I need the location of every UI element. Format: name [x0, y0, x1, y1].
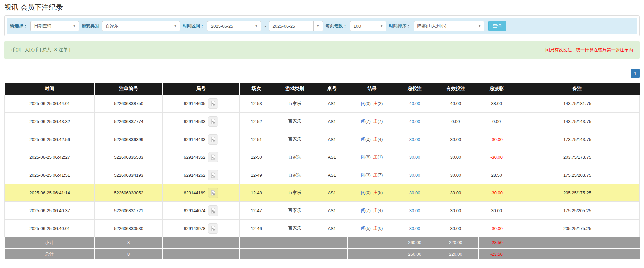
- video-record-icon[interactable]: [208, 134, 218, 145]
- cell-session: 12-51: [239, 130, 273, 148]
- date-to-select[interactable]: 2025-06-25 ▼: [269, 21, 323, 31]
- query-type-select[interactable]: 日期查询 ▼: [30, 21, 79, 31]
- cell-valid-bet: 30.00: [433, 220, 478, 237]
- video-record-icon[interactable]: [208, 170, 218, 180]
- cell-result: 闲(7) 庄(4): [347, 202, 396, 220]
- total-bet-link[interactable]: 30.00: [409, 226, 420, 231]
- cell-game-type: 百家乐: [273, 184, 316, 202]
- total-bet-link[interactable]: 40.00: [409, 101, 420, 106]
- table-row: 2025-06-25 06:42:56 522606836399 6291444…: [5, 130, 640, 148]
- cell-time: 2025-06-25 06:43:32: [5, 113, 95, 130]
- col-session: 场次: [239, 83, 273, 95]
- chevron-down-icon: ▼: [377, 21, 386, 31]
- cell-valid-bet: 30.00: [433, 202, 478, 220]
- video-record-icon[interactable]: [208, 223, 218, 234]
- cell-session: 12-47: [239, 202, 273, 220]
- col-note: 备注: [515, 83, 639, 95]
- cell-valid-bet: 40.00: [433, 95, 478, 113]
- cell-session: 12-46: [239, 220, 273, 237]
- cell-time: 2025-06-25 06:40:37: [5, 202, 95, 220]
- cell-time: 2025-06-25 06:40:01: [5, 220, 95, 237]
- cell-payout: 38.00: [478, 95, 515, 113]
- cell-payout: 28.50: [478, 166, 515, 184]
- grand-total-valid-bet: 220.00: [433, 248, 478, 260]
- cell-game-type: 百家乐: [273, 130, 316, 148]
- cell-result: 闲(0) 庄(5): [347, 184, 396, 202]
- video-record-icon[interactable]: [208, 205, 218, 216]
- cell-game-type: 百家乐: [273, 113, 316, 130]
- cell-time: 2025-06-25 06:44:01: [5, 95, 95, 113]
- total-bet-link[interactable]: 30.00: [409, 208, 420, 213]
- table-row: 2025-06-25 06:42:27 522606835533 6291443…: [5, 148, 640, 166]
- cell-time: 2025-06-25 06:42:56: [5, 130, 95, 148]
- col-round-id: 局号: [163, 83, 239, 95]
- cell-round-id: 629144169: [163, 184, 239, 202]
- table-row: 2025-06-25 06:40:01 522606830530 6291439…: [5, 220, 640, 237]
- game-type-select[interactable]: 百家乐 ▼: [102, 21, 180, 31]
- table-row: 2025-06-25 06:41:51 522606834193 6291442…: [5, 166, 640, 184]
- cell-game-type: 百家乐: [273, 166, 316, 184]
- date-separator: ~: [264, 24, 266, 29]
- cell-note: 173.75/143.75: [515, 130, 639, 148]
- time-range-label: 时间区间：: [183, 23, 204, 29]
- cell-total-bet: 30.00: [396, 148, 433, 166]
- cell-valid-bet: 30.00: [433, 130, 478, 148]
- video-record-icon[interactable]: [208, 188, 218, 198]
- cell-time: 2025-06-25 06:42:27: [5, 148, 95, 166]
- date-from-select[interactable]: 2025-06-25 ▼: [207, 21, 261, 31]
- chevron-down-icon: ▼: [171, 21, 180, 31]
- subtotal-total-bet: 260.00: [396, 237, 433, 248]
- cell-total-bet: 30.00: [396, 220, 433, 237]
- video-record-icon[interactable]: [208, 116, 218, 127]
- filter-panel: 请选择： 日期查询 ▼ 游戏类别 百家乐 ▼ 时间区间： 2025-06-25 …: [4, 15, 640, 36]
- cell-table-no: AS1: [316, 95, 347, 113]
- cell-game-type: 百家乐: [273, 95, 316, 113]
- cell-total-bet: 30.00: [396, 184, 433, 202]
- cell-table-no: AS1: [316, 130, 347, 148]
- total-bet-link[interactable]: 30.00: [409, 137, 420, 142]
- cell-note: 205.25/175.25: [515, 184, 639, 202]
- cell-round-id: 629144262: [163, 166, 239, 184]
- search-button[interactable]: 查询: [488, 21, 506, 31]
- video-record-icon[interactable]: [208, 98, 218, 109]
- page-1-button[interactable]: 1: [631, 69, 640, 78]
- cell-time: 2025-06-25 06:41:14: [5, 184, 95, 202]
- video-record-icon[interactable]: [208, 152, 218, 162]
- cell-round-id: 629144074: [163, 202, 239, 220]
- grand-total-payout: -23.50: [478, 248, 515, 260]
- total-bet-link[interactable]: 30.00: [409, 155, 420, 160]
- total-bet-link[interactable]: 40.00: [409, 119, 420, 124]
- subtotal-valid-bet: 220.00: [433, 237, 478, 248]
- cell-result: 闲(3) 庄(7): [347, 166, 396, 184]
- table-row: 2025-06-25 06:40:37 522606831721 6291440…: [5, 202, 640, 220]
- total-bet-link[interactable]: 30.00: [409, 190, 420, 195]
- col-bet-id: 注单编号: [95, 83, 163, 95]
- cell-total-bet: 30.00: [396, 166, 433, 184]
- cell-note: 175.25/203.75: [515, 166, 639, 184]
- table-row: 2025-06-25 06:43:32 522606837774 6291445…: [5, 113, 640, 130]
- time-order-select[interactable]: 降幂(由大到小) ▼: [414, 21, 484, 31]
- grand-total-count: 8: [95, 248, 163, 260]
- cell-bet-id: 522606833052: [95, 184, 163, 202]
- chevron-down-icon: ▼: [313, 21, 323, 31]
- cell-session: 12-52: [239, 113, 273, 130]
- grand-total-label: 总计: [5, 248, 95, 260]
- cell-payout: 0.00: [478, 113, 515, 130]
- cell-round-id: 629144533: [163, 113, 239, 130]
- page-title: 视讯 会员下注纪录: [4, 2, 640, 15]
- cell-note: 205.25/175.25: [515, 220, 639, 237]
- chevron-down-icon: ▼: [252, 21, 261, 31]
- page-size-select[interactable]: 100 ▼: [350, 21, 386, 31]
- cell-payout: -30.00: [478, 130, 515, 148]
- col-time: 时间: [5, 83, 95, 95]
- col-valid-bet: 有效投注: [433, 83, 478, 95]
- cell-valid-bet: 30.00: [433, 166, 478, 184]
- summary-info-bar: 币别 : 人民币 | 总共 :8 注单 | 同局有效投注，统一计算在该局第一张注…: [4, 41, 640, 59]
- grand-total-total-bet: 260.00: [396, 248, 433, 260]
- col-total-bet: 总投注: [396, 83, 433, 95]
- total-bet-link[interactable]: 30.00: [409, 173, 420, 178]
- col-payout: 总派彩: [478, 83, 515, 95]
- table-row: 2025-06-25 06:41:14 522606833052 6291441…: [5, 184, 640, 202]
- cell-result: 闲(6) 庄(0): [347, 220, 396, 237]
- cell-session: 12-53: [239, 95, 273, 113]
